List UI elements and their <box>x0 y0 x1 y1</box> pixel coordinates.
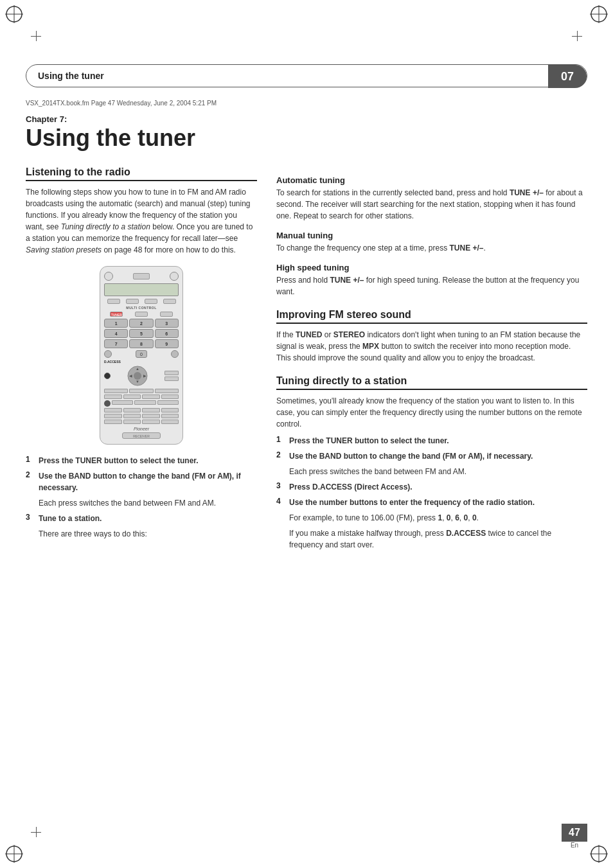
remote-i2 <box>123 414 141 418</box>
left-column: Listening to the radio The following ste… <box>26 166 257 554</box>
remote-extra-row5 <box>104 420 179 424</box>
right-step-2-num: 2 <box>276 450 285 462</box>
right-step-4-text: Use the number buttons to enter the freq… <box>289 497 535 508</box>
left-step-2: 2 Use the BAND button to change the band… <box>26 470 257 493</box>
left-step-1: 1 Press the TUNER button to select the t… <box>26 455 257 466</box>
remote-e2 <box>129 389 153 393</box>
left-step-3-sub: There are three ways to do this: <box>39 528 257 540</box>
manual-tuning-heading: Manual tuning <box>276 231 587 240</box>
remote-nav-area: ▲ ▼ ◀ ▶ <box>127 365 148 387</box>
manual-tuning-text: To change the frequency one step at a ti… <box>276 242 587 254</box>
right-step-4: 4 Use the number buttons to enter the fr… <box>276 497 587 508</box>
remote-top-center-icon <box>133 273 150 279</box>
corner-mark-bl <box>5 845 23 863</box>
right-step-3-text: Press D.ACCESS (Direct Access). <box>289 481 413 493</box>
chapter-main-title: Using the tuner <box>26 125 587 151</box>
remote-i4 <box>161 414 179 418</box>
svg-text:▼: ▼ <box>136 380 139 384</box>
right-step-1: 1 Press the TUNER button to select the t… <box>276 435 587 447</box>
improving-fm-heading: Improving FM stereo sound <box>276 309 587 324</box>
remote-side-btns <box>164 371 179 381</box>
left-step-2-sub: Each press switches the band between FM … <box>39 497 257 509</box>
right-step-3: 3 Press D.ACCESS (Direct Access). <box>276 481 587 493</box>
remote-j4 <box>161 420 179 424</box>
remote-f2 <box>123 394 141 399</box>
remote-image-container: MULTI CONTROL TUNER 1 2 3 4 5 6 <box>26 266 257 445</box>
remote-top-left-icon <box>104 272 113 281</box>
remote-h1 <box>104 408 122 412</box>
remote-small-btns-row2: TUNER <box>104 312 179 317</box>
remote-multi-control-label: MULTI CONTROL <box>104 306 179 310</box>
chapter-label: Chapter 7: <box>26 114 587 124</box>
two-column-layout: Listening to the radio The following ste… <box>26 166 587 554</box>
crosshair-tl <box>31 31 41 41</box>
tuning-direct-intro: Sometimes, you'll already know the frequ… <box>276 395 587 430</box>
remote-dot-left <box>104 373 111 379</box>
right-step-1-text: Press the TUNER button to select the tun… <box>289 435 449 447</box>
remote-e3 <box>155 389 179 393</box>
high-speed-tuning-text: Press and hold TUNE +/– for high speed t… <box>276 274 587 297</box>
remote-num-4: 4 <box>104 329 128 338</box>
right-step-2: 2 Use the BAND button to change the band… <box>276 450 587 462</box>
remote-num-8: 8 <box>129 339 153 348</box>
remote-f3 <box>142 394 160 399</box>
left-step-3-text: Tune to a station. <box>39 513 102 524</box>
remote-btn-7 <box>160 312 173 317</box>
remote-i3 <box>142 414 160 418</box>
remote-num-6: 6 <box>155 329 179 338</box>
tuning-direct-heading: Tuning directly to a station <box>276 375 587 390</box>
corner-mark-tr <box>590 5 608 23</box>
remote-g3 <box>157 400 179 405</box>
remote-btn-2 <box>126 299 139 304</box>
remote-num-9: 9 <box>155 339 179 348</box>
remote-num-7: 7 <box>104 339 128 348</box>
improving-fm-text: If the TUNED or STEREO indicators don't … <box>276 329 587 364</box>
header-bar: Using the tuner 07 <box>26 64 587 87</box>
remote-j1 <box>104 420 122 424</box>
left-step-3-num: 3 <box>26 513 35 524</box>
remote-brand: Pioneer <box>104 427 179 431</box>
remote-control-image: MULTI CONTROL TUNER 1 2 3 4 5 6 <box>100 266 183 445</box>
remote-h3 <box>142 408 160 412</box>
remote-small-btns-row <box>104 299 179 304</box>
remote-j3 <box>142 420 160 424</box>
remote-mpx-dot <box>104 400 111 407</box>
remote-btn-6 <box>135 312 148 317</box>
right-step-2-text: Use the BAND button to change the band (… <box>289 450 533 462</box>
corner-mark-br <box>590 845 608 863</box>
page-footer: 47 En <box>562 824 587 849</box>
svg-text:◀: ◀ <box>129 374 132 378</box>
remote-daccess-label: D.ACCESS <box>104 360 179 364</box>
remote-h2 <box>123 408 141 412</box>
remote-num-2: 2 <box>129 319 153 328</box>
remote-side-btn1 <box>164 371 179 375</box>
remote-e1 <box>104 389 128 393</box>
right-step-4-num: 4 <box>276 497 285 508</box>
remote-f1 <box>104 394 122 399</box>
remote-num-5: 5 <box>129 329 153 338</box>
header-title: Using the tuner <box>38 71 104 81</box>
remote-display <box>104 283 179 296</box>
auto-tuning-text: To search for stations in the currently … <box>276 187 587 222</box>
remote-receiver-label: RECEIVER <box>122 432 161 439</box>
remote-extra-row2 <box>104 394 179 399</box>
remote-circle-right <box>171 350 179 358</box>
svg-text:▶: ▶ <box>143 374 147 378</box>
left-step-1-num: 1 <box>26 455 35 466</box>
remote-btn-4 <box>163 299 176 304</box>
remote-g2 <box>134 400 155 405</box>
right-step-3-num: 3 <box>276 481 285 493</box>
remote-i1 <box>104 414 122 418</box>
corner-mark-tl <box>5 5 23 23</box>
remote-btn-3 <box>145 299 157 304</box>
right-step-4-sub2: If you make a mistake halfway through, p… <box>289 527 587 551</box>
remote-num-1: 1 <box>104 319 128 328</box>
remote-num-0: 0 <box>136 350 147 358</box>
left-step-3: 3 Tune to a station. <box>26 513 257 524</box>
crosshair-tr <box>572 31 582 41</box>
remote-g1 <box>112 400 133 405</box>
remote-f4 <box>161 394 179 399</box>
auto-tuning-heading: Automatic tuning <box>276 175 587 185</box>
right-step-4-sub1: For example, to tune to 106.00 (FM), pre… <box>289 512 587 524</box>
section-heading-listening: Listening to the radio <box>26 166 257 181</box>
